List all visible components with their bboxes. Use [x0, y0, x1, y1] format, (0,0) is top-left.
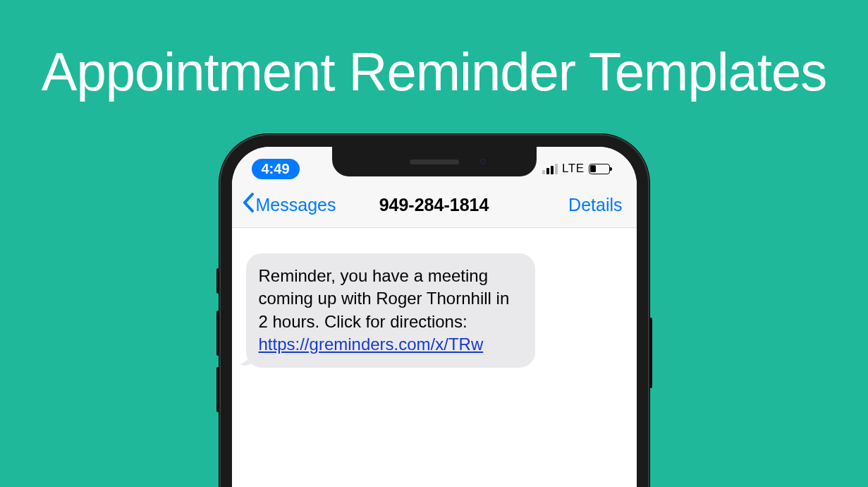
incoming-message-bubble[interactable]: Reminder, you have a meeting coming up w…	[246, 253, 535, 368]
messages-nav-bar: Messages 949-284-1814 Details	[232, 184, 637, 228]
front-camera	[479, 157, 487, 166]
back-label: Messages	[256, 195, 336, 215]
details-button[interactable]: Details	[568, 195, 622, 215]
messages-list[interactable]: Reminder, you have a meeting coming up w…	[232, 228, 637, 393]
phone-mockup: 4:49 LTE Messages 949-284-1814 D	[219, 134, 649, 487]
conversation-title[interactable]: 949-284-1814	[379, 195, 489, 215]
phone-screen: 4:49 LTE Messages 949-284-1814 D	[232, 147, 637, 487]
battery-icon	[589, 164, 610, 174]
network-label: LTE	[562, 162, 584, 176]
power-button	[649, 318, 652, 388]
back-button[interactable]: Messages	[242, 192, 336, 217]
message-text: Reminder, you have a meeting coming up w…	[259, 266, 510, 331]
chevron-left-icon	[242, 192, 255, 217]
status-indicators: LTE	[542, 162, 609, 176]
phone-frame: 4:49 LTE Messages 949-284-1814 D	[219, 134, 649, 487]
page-headline: Appointment Reminder Templates	[0, 0, 868, 102]
notch	[332, 147, 537, 176]
speaker-grille	[410, 160, 459, 164]
status-time[interactable]: 4:49	[252, 159, 300, 179]
message-link[interactable]: https://greminders.com/x/TRw	[259, 335, 484, 354]
signal-icon	[542, 164, 558, 174]
